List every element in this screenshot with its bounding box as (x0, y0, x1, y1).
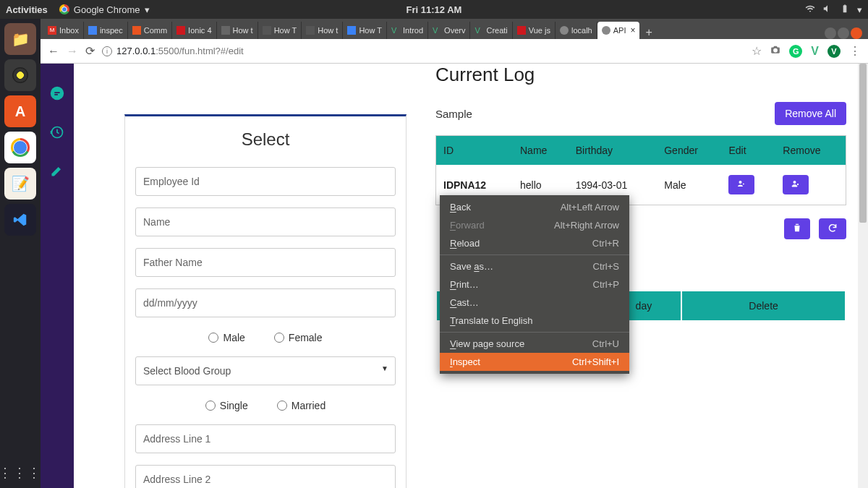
th-name: Name (513, 136, 569, 166)
tab-inbox[interactable]: MInbox (43, 22, 84, 39)
table-header-row: ID Name Birthday Gender Edit Remove (436, 136, 846, 166)
tab-how4[interactable]: How T (343, 22, 387, 39)
scrollbar-thumb[interactable] (859, 64, 867, 223)
back-button[interactable]: ← (48, 45, 59, 58)
ctx-save-as[interactable]: Save as…Ctrl+S (440, 257, 629, 275)
tab-overv[interactable]: VOverv (428, 22, 470, 39)
tab-how3[interactable]: How t (302, 22, 343, 39)
father-name-input[interactable] (135, 248, 396, 277)
edit-icon[interactable] (50, 163, 64, 181)
name-input[interactable] (135, 207, 396, 236)
tab-how1[interactable]: How t (217, 22, 258, 39)
tab-localh[interactable]: localh (556, 22, 597, 39)
tab-close-icon[interactable]: × (630, 25, 635, 35)
delete-icon-button[interactable] (784, 218, 810, 239)
history-icon[interactable] (50, 125, 64, 143)
app-name: Google Chrome (74, 4, 140, 15)
tab-api[interactable]: API× (597, 22, 640, 39)
birthday-input[interactable] (135, 288, 396, 317)
cell-gender: Male (657, 165, 721, 205)
ctx-forward: ForwardAlt+Right Arrow (440, 216, 629, 234)
launcher-chrome[interactable] (4, 132, 36, 163)
chevron-down-icon[interactable]: ▾ (857, 4, 862, 15)
marital-radio-group: Single Married (135, 400, 396, 411)
radio-female[interactable]: Female (274, 332, 323, 343)
tab-inspec[interactable]: inspec (84, 22, 128, 39)
ubuntu-launcher: 📁 A 📝 ⋮⋮⋮ (0, 19, 41, 488)
wifi-icon[interactable] (805, 4, 815, 16)
launcher-text-editor[interactable]: 📝 (4, 168, 36, 200)
tab-creati[interactable]: VCreati (470, 22, 512, 39)
url-field[interactable]: i 127.0.0.1:5500/fun.html?#/edit (102, 46, 744, 56)
ctx-view-source[interactable]: View page sourceCtrl+U (440, 335, 629, 353)
chat-icon[interactable] (49, 85, 65, 105)
tab-strip: MInbox inspec Comm Ionic 4 How t How T H… (41, 19, 868, 39)
tab-how2[interactable]: How T (258, 22, 302, 39)
address-bar: ← → ⟳ i 127.0.0.1:5500/fun.html?#/edit ☆… (41, 39, 868, 64)
th-delete: Delete (682, 291, 845, 320)
ctx-reload[interactable]: ReloadCtrl+R (440, 234, 629, 252)
ctx-translate[interactable]: Translate to English (440, 312, 629, 330)
star-icon[interactable]: ☆ (752, 44, 762, 58)
th-remove: Remove (775, 136, 846, 166)
clock[interactable]: Fri 11:12 AM (407, 4, 462, 15)
site-info-icon[interactable]: i (102, 46, 112, 56)
gender-radio-group: Male Female (135, 332, 396, 343)
app-sidebar (41, 64, 74, 488)
th-id: ID (436, 136, 514, 166)
undo-icon-button[interactable] (819, 218, 846, 239)
ctx-cast[interactable]: Cast… (440, 294, 629, 312)
launcher-apps-grid[interactable]: ⋮⋮⋮ (0, 465, 42, 481)
chevron-down-icon: ▾ (145, 4, 150, 15)
log-title: Current Log (435, 64, 846, 86)
form-card: Select Male Female Select Blood Group (124, 114, 407, 488)
window-minimize[interactable] (825, 27, 836, 39)
chrome-icon (59, 4, 69, 14)
window-close[interactable] (851, 27, 862, 39)
address1-input[interactable] (135, 424, 396, 453)
employee-id-input[interactable] (135, 167, 396, 196)
context-menu: BackAlt+Left Arrow ForwardAlt+Right Arro… (440, 195, 629, 374)
form-title: Select (135, 129, 396, 150)
launcher-software[interactable]: A (4, 95, 36, 127)
radio-male[interactable]: Male (208, 332, 244, 343)
launcher-rhythmbox[interactable] (4, 59, 36, 91)
remove-row-button[interactable] (783, 175, 809, 194)
radio-single[interactable]: Single (205, 400, 248, 411)
launcher-vscode[interactable] (4, 204, 36, 236)
app-indicator[interactable]: Google Chrome ▾ (59, 4, 150, 15)
svg-point-1 (739, 181, 742, 184)
form-column: Select Male Female Select Blood Group (124, 64, 407, 488)
radio-married[interactable]: Married (277, 400, 326, 411)
battery-icon[interactable] (840, 4, 850, 16)
new-tab-button[interactable]: + (639, 26, 658, 39)
ctx-back[interactable]: BackAlt+Left Arrow (440, 198, 629, 216)
kebab-menu-icon[interactable]: ⋮ (849, 44, 861, 58)
profile-avatar[interactable]: V (827, 45, 841, 58)
th-gender: Gender (657, 136, 721, 166)
tab-introd[interactable]: VIntrod (387, 22, 428, 39)
remove-all-button[interactable]: Remove All (775, 102, 846, 125)
window-maximize[interactable] (838, 27, 849, 39)
edit-row-button[interactable] (728, 175, 754, 194)
sample-label: Sample (435, 108, 472, 120)
th-edit: Edit (721, 136, 775, 166)
scrollbar[interactable] (858, 64, 868, 488)
ubuntu-menu-bar: Activities Google Chrome ▾ Fri 11:12 AM … (0, 0, 868, 19)
camera-icon[interactable] (770, 45, 780, 58)
ctx-inspect[interactable]: InspectCtrl+Shift+I (440, 353, 629, 371)
tab-comm[interactable]: Comm (128, 22, 172, 39)
th-birthday: Birthday (569, 136, 658, 166)
forward-button: → (67, 45, 78, 58)
reload-button[interactable]: ⟳ (85, 44, 95, 58)
launcher-files[interactable]: 📁 (4, 23, 36, 55)
tab-ionic[interactable]: Ionic 4 (172, 22, 216, 39)
activities-button[interactable]: Activities (6, 4, 48, 15)
tab-vuejs[interactable]: Vue js (513, 22, 556, 39)
volume-icon[interactable] (822, 4, 833, 16)
grammarly-icon[interactable]: G (789, 45, 802, 58)
blood-group-select[interactable]: Select Blood Group (135, 356, 396, 385)
address2-input[interactable] (135, 465, 396, 488)
vue-devtools-icon[interactable]: V (811, 45, 819, 58)
ctx-print[interactable]: Print…Ctrl+P (440, 275, 629, 294)
